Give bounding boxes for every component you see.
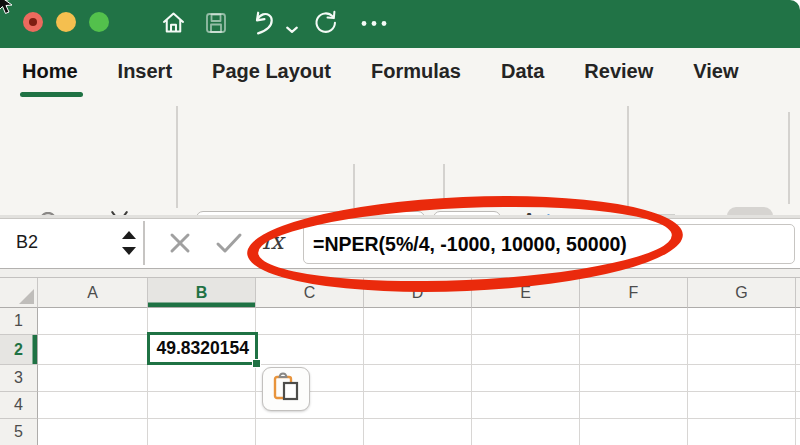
close-window-button[interactable] <box>23 12 43 32</box>
cell-E4[interactable] <box>472 392 580 419</box>
column-header-g[interactable]: G <box>688 278 796 308</box>
name-box-stepper[interactable] <box>122 230 136 258</box>
stepper-up-icon[interactable] <box>122 231 136 239</box>
cell-B1[interactable] <box>148 308 256 335</box>
cancel-icon[interactable] <box>168 231 192 259</box>
cell-E2[interactable] <box>472 335 580 365</box>
cell-E1[interactable] <box>472 308 580 335</box>
save-icon[interactable] <box>204 11 228 35</box>
cell-G3[interactable] <box>688 365 796 392</box>
active-tab-underline <box>20 92 83 97</box>
cell-F5[interactable] <box>580 419 688 445</box>
ribbon-divider <box>443 164 445 208</box>
cell-C5[interactable] <box>256 419 364 445</box>
cell-F2[interactable] <box>580 335 688 365</box>
cell-D5[interactable] <box>364 419 472 445</box>
minimize-window-button[interactable] <box>56 12 76 32</box>
spreadsheet-grid: A B C D E F G 1 2 <box>0 277 800 445</box>
tab-insert[interactable]: Insert <box>118 60 172 83</box>
column-header-b[interactable]: B <box>148 278 256 308</box>
row-header-1[interactable]: 1 <box>0 308 38 335</box>
cell-F3[interactable] <box>580 365 688 392</box>
undo-icon[interactable] <box>249 8 278 37</box>
cell-A2[interactable] <box>38 335 148 365</box>
cell-C2[interactable] <box>256 335 364 365</box>
title-bar <box>0 0 800 48</box>
cell-A5[interactable] <box>38 419 148 445</box>
ribbon-divider <box>788 112 790 204</box>
confirm-icon[interactable] <box>215 231 243 259</box>
mouse-cursor-icon <box>0 0 13 21</box>
cell-G2[interactable] <box>688 335 796 365</box>
select-all-triangle-icon <box>19 289 34 304</box>
tab-review[interactable]: Review <box>584 60 653 83</box>
cell-E5[interactable] <box>472 419 580 445</box>
cell-E3[interactable] <box>472 365 580 392</box>
paste-options-button[interactable] <box>262 367 310 411</box>
cell-partial <box>796 308 800 335</box>
tab-view[interactable]: View <box>693 60 738 83</box>
ribbon-divider <box>627 106 629 208</box>
grid-row-2: 2 <box>0 335 800 365</box>
name-box[interactable]: B2 <box>16 232 38 253</box>
cell-B3[interactable] <box>148 365 256 392</box>
ribbon: Paste Aria <box>0 100 800 215</box>
tab-page-layout[interactable]: Page Layout <box>212 60 331 83</box>
cell-D1[interactable] <box>364 308 472 335</box>
select-all-button[interactable] <box>0 278 38 308</box>
stepper-down-icon[interactable] <box>122 247 136 255</box>
cell-partial <box>796 392 800 419</box>
redo-icon[interactable] <box>312 9 339 36</box>
row-header-2[interactable]: 2 <box>0 335 38 365</box>
fill-handle[interactable] <box>252 359 261 368</box>
column-header-d[interactable]: D <box>364 278 472 308</box>
tab-home[interactable]: Home <box>22 60 78 83</box>
cell-F1[interactable] <box>580 308 688 335</box>
insert-function-icon[interactable]: fx <box>262 228 283 254</box>
paste-options-icon <box>273 372 300 406</box>
cell-A1[interactable] <box>38 308 148 335</box>
cell-G1[interactable] <box>688 308 796 335</box>
tab-formulas[interactable]: Formulas <box>371 60 461 83</box>
ribbon-divider <box>353 164 355 208</box>
selected-cell-B2[interactable]: 49.8320154 <box>147 332 258 365</box>
cell-D2[interactable] <box>364 335 472 365</box>
cell-D4[interactable] <box>364 392 472 419</box>
column-header-a[interactable]: A <box>38 278 148 308</box>
formula-bar: B2 fx =NPER(5%/4, -1000, 10000, 50000) <box>0 219 800 269</box>
cell-C1[interactable] <box>256 308 364 335</box>
grid-row-4: 4 <box>0 392 800 419</box>
cell-partial <box>796 365 800 392</box>
cell-A3[interactable] <box>38 365 148 392</box>
grid-row-5: 5 <box>0 419 800 445</box>
home-icon[interactable] <box>160 9 187 36</box>
grid-row-3: 3 <box>0 365 800 392</box>
row-header-3[interactable]: 3 <box>0 365 38 392</box>
selected-cell-value: 49.8320154 <box>150 335 255 362</box>
column-header-row: A B C D E F G <box>0 278 800 308</box>
cell-G5[interactable] <box>688 419 796 445</box>
column-header-c[interactable]: C <box>256 278 364 308</box>
ribbon-tab-bar: Home Insert Page Layout Formulas Data Re… <box>0 48 800 100</box>
zoom-window-button[interactable] <box>89 12 109 32</box>
column-header-partial <box>796 278 800 308</box>
cell-partial <box>796 419 800 445</box>
cell-G4[interactable] <box>688 392 796 419</box>
column-header-e[interactable]: E <box>472 278 580 308</box>
cell-F4[interactable] <box>580 392 688 419</box>
cell-partial <box>796 335 800 365</box>
undo-chevron-icon[interactable] <box>286 20 298 38</box>
row-header-4[interactable]: 4 <box>0 392 38 419</box>
formula-input[interactable]: =NPER(5%/4, -1000, 10000, 50000) <box>303 224 795 264</box>
more-icon[interactable] <box>360 19 388 28</box>
cell-D3[interactable] <box>364 365 472 392</box>
formula-bar-divider <box>143 221 145 265</box>
cell-B4[interactable] <box>148 392 256 419</box>
formula-bar-bottom-strip <box>0 269 800 277</box>
cell-B5[interactable] <box>148 419 256 445</box>
excel-window: Home Insert Page Layout Formulas Data Re… <box>0 0 800 445</box>
row-header-5[interactable]: 5 <box>0 419 38 445</box>
column-header-f[interactable]: F <box>580 278 688 308</box>
cell-A4[interactable] <box>38 392 148 419</box>
tab-data[interactable]: Data <box>501 60 544 83</box>
